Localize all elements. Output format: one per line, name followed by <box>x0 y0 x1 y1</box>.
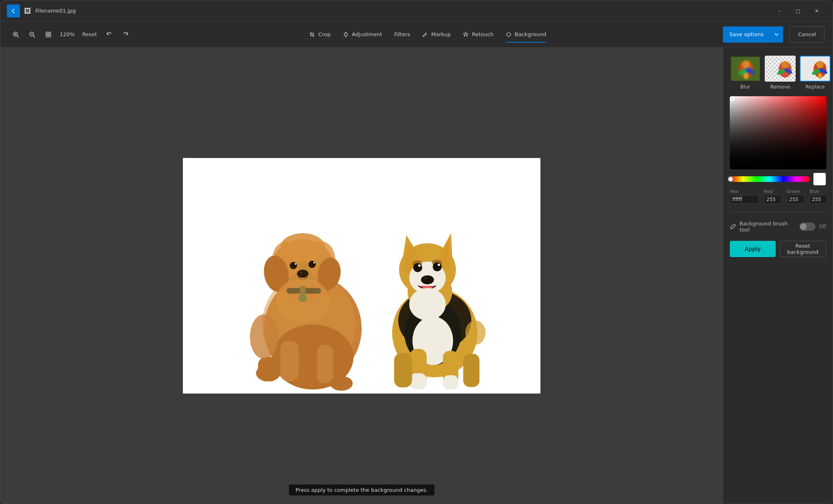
svg-point-43 <box>250 314 278 359</box>
blue-group: Blue <box>809 189 827 204</box>
svg-point-67 <box>418 264 421 267</box>
back-button[interactable] <box>7 4 20 17</box>
reset-zoom-button[interactable]: Reset <box>79 27 100 42</box>
replace-label: Replace <box>805 84 824 90</box>
save-options-dropdown[interactable] <box>770 26 783 43</box>
brush-off-label: Off <box>819 224 826 229</box>
undo-button[interactable] <box>102 27 117 42</box>
apply-button[interactable]: Apply <box>730 241 776 257</box>
app-window: 🖼 Filename01.jpg – □ ✕ <box>0 0 833 504</box>
color-swatch <box>813 173 826 186</box>
status-text: Press apply to complete the background c… <box>295 487 428 493</box>
blur-label: Blur <box>740 84 750 90</box>
action-buttons: Apply Reset background <box>730 241 826 257</box>
svg-point-70 <box>423 277 427 279</box>
hue-slider-row <box>730 173 826 186</box>
green-group: Green <box>787 189 805 204</box>
svg-rect-15 <box>183 158 540 394</box>
svg-point-11 <box>344 33 347 36</box>
brush-toggle[interactable] <box>799 223 816 231</box>
svg-point-30 <box>290 262 297 269</box>
green-label: Green <box>787 189 805 194</box>
replace-thumb <box>800 56 831 82</box>
svg-rect-52 <box>394 353 412 387</box>
tab-background[interactable]: Background <box>500 26 552 43</box>
svg-line-1 <box>17 36 19 37</box>
svg-point-42 <box>330 376 353 391</box>
svg-point-31 <box>308 261 316 268</box>
svg-point-37 <box>299 271 303 274</box>
svg-point-89 <box>818 73 822 79</box>
saturation-cursor[interactable] <box>730 96 735 101</box>
color-picker: Hex Red Green Blue <box>730 96 826 204</box>
tab-retouch[interactable]: Retouch <box>457 26 499 43</box>
hex-input[interactable] <box>730 195 759 204</box>
saturation-gradient[interactable] <box>730 96 826 169</box>
hue-thumb[interactable] <box>728 176 733 182</box>
toolbar: 120% Reset Crop <box>0 22 833 48</box>
app-icon: 🖼 <box>24 6 31 15</box>
brush-tool-row: Background brush tool Off <box>730 221 826 233</box>
status-bar: Press apply to complete the background c… <box>289 485 434 495</box>
minimize-button[interactable]: – <box>770 4 789 17</box>
svg-point-86 <box>816 61 824 68</box>
tab-markup[interactable]: Markup <box>416 26 456 43</box>
toggle-thumb <box>800 223 807 230</box>
fit-button[interactable] <box>41 27 56 42</box>
blue-label: Blue <box>809 189 827 194</box>
window-controls: – □ ✕ <box>770 4 826 17</box>
svg-point-27 <box>280 233 325 262</box>
bg-type-cards: Blur Remove <box>730 56 826 90</box>
window-title: Filename01.jpg <box>35 8 76 14</box>
zoom-level: 120% <box>57 31 77 37</box>
titlebar: 🖼 Filename01.jpg – □ ✕ <box>0 0 833 22</box>
close-button[interactable]: ✕ <box>807 4 826 17</box>
svg-marker-14 <box>507 32 511 37</box>
svg-rect-10 <box>49 35 51 37</box>
red-input[interactable] <box>764 195 782 204</box>
red-label: Red <box>764 189 782 194</box>
remove-label: Remove <box>770 84 790 90</box>
svg-rect-22 <box>258 357 278 381</box>
svg-point-35 <box>313 262 315 264</box>
brush-icon <box>730 223 736 230</box>
divider <box>730 212 826 212</box>
svg-point-81 <box>781 61 789 68</box>
image-canvas[interactable] <box>183 158 540 394</box>
reset-background-button[interactable]: Reset background <box>780 241 826 257</box>
blue-input[interactable] <box>809 195 827 204</box>
cancel-button[interactable]: Cancel <box>790 26 824 43</box>
maximize-button[interactable]: □ <box>789 4 807 17</box>
svg-rect-51 <box>443 375 458 389</box>
svg-line-5 <box>33 36 35 37</box>
svg-point-34 <box>295 263 296 265</box>
bg-card-replace[interactable]: Replace <box>800 56 831 90</box>
redo-button[interactable] <box>118 27 133 42</box>
svg-rect-20 <box>317 345 333 383</box>
zoom-controls: 120% Reset <box>9 27 133 42</box>
bg-card-remove[interactable]: Remove <box>765 56 796 90</box>
svg-rect-50 <box>410 373 427 389</box>
brush-tool-label: Background brush tool <box>740 221 796 233</box>
green-input[interactable] <box>787 195 805 204</box>
remove-thumb <box>765 56 796 82</box>
right-panel: Blur Remove <box>723 48 833 504</box>
zoom-out-button[interactable] <box>25 27 39 42</box>
bg-card-blur[interactable]: Blur <box>730 56 761 90</box>
svg-rect-7 <box>46 32 48 34</box>
svg-point-36 <box>297 270 308 278</box>
svg-point-72 <box>409 288 446 320</box>
save-options-button[interactable]: Save options <box>723 26 770 43</box>
svg-point-76 <box>742 61 750 69</box>
tab-filters[interactable]: Filters <box>388 26 416 43</box>
svg-rect-19 <box>280 341 299 381</box>
tab-crop[interactable]: Crop <box>304 26 336 43</box>
zoom-in-button[interactable] <box>9 27 23 42</box>
red-group: Red <box>764 189 782 204</box>
blur-thumb <box>730 56 761 82</box>
svg-point-41 <box>299 294 307 302</box>
main-content: Press apply to complete the background c… <box>0 48 833 504</box>
hue-slider[interactable] <box>730 176 810 182</box>
svg-point-79 <box>744 73 748 79</box>
tab-adjustment[interactable]: Adjustment <box>337 26 388 43</box>
